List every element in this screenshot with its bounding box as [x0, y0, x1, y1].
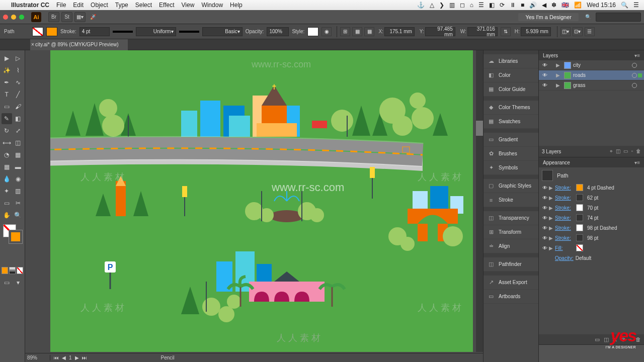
status-icon[interactable]: ◀: [542, 2, 546, 9]
expand-icon[interactable]: ▶: [549, 235, 555, 241]
artboard-nav[interactable]: ⏮◀1▶⏭: [50, 355, 91, 360]
menu-file[interactable]: File: [56, 2, 66, 9]
shape-button[interactable]: ▦: [352, 27, 362, 36]
status-icon[interactable]: ☰: [478, 2, 484, 9]
shape-builder-tool[interactable]: ◔: [2, 149, 12, 160]
wifi-icon[interactable]: 📶: [574, 2, 582, 9]
dock-item-transform[interactable]: ⊞Transform: [484, 225, 538, 239]
menu-type[interactable]: Type: [115, 2, 128, 9]
expand-icon[interactable]: ▶: [556, 72, 562, 78]
target-icon[interactable]: [632, 63, 637, 68]
gpu-preview-button[interactable]: 🚀: [88, 12, 99, 22]
rotate-tool[interactable]: ↻: [2, 125, 12, 136]
attr-label[interactable]: Stroke:: [555, 215, 576, 221]
eyedropper-tool[interactable]: 💧: [2, 173, 12, 185]
dock-item-swatches[interactable]: ▦Swatches: [484, 115, 538, 129]
expand-icon[interactable]: ▶: [556, 82, 562, 88]
target-icon[interactable]: [632, 73, 637, 78]
close-window-button[interactable]: [3, 15, 8, 20]
make-clip-icon[interactable]: ◫: [616, 148, 620, 154]
free-transform-tool[interactable]: ◫: [13, 137, 24, 148]
visibility-icon[interactable]: 👁: [541, 62, 549, 68]
zoom-tool[interactable]: 🔍: [13, 210, 24, 221]
screen-mode-button[interactable]: ▭: [2, 277, 12, 288]
new-layer-icon[interactable]: ▫: [631, 148, 633, 154]
stroke-profile-preview[interactable]: [113, 31, 133, 33]
visibility-icon[interactable]: 👁: [541, 82, 549, 88]
panel-menu-icon[interactable]: ▾≡: [634, 53, 640, 58]
dock-item-stroke[interactable]: ≡Stroke: [484, 193, 538, 207]
status-icon[interactable]: ⟳: [500, 2, 505, 9]
search-input[interactable]: [596, 13, 641, 22]
appearance-row[interactable]: 👁▶Stroke:74 pt: [539, 213, 644, 223]
expand-icon[interactable]: ▶: [549, 245, 555, 251]
h-input[interactable]: 5.939 mm: [521, 27, 551, 36]
dock-item-graphic-styles[interactable]: ▢Graphic Styles: [484, 179, 538, 193]
spotlight-icon[interactable]: 🔍: [621, 2, 628, 9]
y-input[interactable]: 97.485 mm: [425, 27, 455, 36]
status-icon[interactable]: ■: [521, 2, 524, 9]
dock-item-transparency[interactable]: ◫Transparency: [484, 211, 538, 225]
layers-tab[interactable]: Layers: [543, 53, 558, 58]
w-input[interactable]: 371.016 mm: [467, 27, 498, 36]
hand-tool[interactable]: ✋: [2, 210, 12, 221]
stroke-swatch[interactable]: [46, 27, 57, 36]
align-button[interactable]: ⊞: [340, 27, 350, 36]
visibility-icon[interactable]: 👁: [541, 235, 549, 241]
status-icon[interactable]: △: [430, 2, 434, 9]
none-mode-button[interactable]: [17, 267, 23, 274]
visibility-icon[interactable]: 👁: [541, 215, 549, 221]
color-swatch[interactable]: [576, 214, 583, 221]
color-mode-button[interactable]: [2, 267, 8, 274]
appearance-row[interactable]: 👁▶Stroke:4 pt Dashed: [539, 183, 644, 193]
target-icon[interactable]: [632, 83, 637, 88]
gradient-tool[interactable]: ▬: [13, 161, 24, 172]
attr-label[interactable]: Fill:: [555, 245, 576, 251]
status-icon[interactable]: ✽: [551, 2, 556, 9]
fill-swatch[interactable]: [32, 27, 43, 36]
delete-icon[interactable]: 🗑: [635, 336, 641, 342]
new-sublayer-icon[interactable]: ▭: [623, 148, 628, 154]
menu-edit[interactable]: Edit: [73, 2, 84, 9]
expand-icon[interactable]: ▶: [549, 225, 555, 231]
dock-item-gradient[interactable]: ▭Gradient: [484, 133, 538, 147]
visibility-icon[interactable]: 👁: [541, 195, 549, 201]
status-icon[interactable]: ❯: [439, 2, 444, 9]
menubar-clock[interactable]: Wed 15:16: [587, 2, 616, 9]
menubar-menu-icon[interactable]: ☰: [633, 2, 639, 9]
rectangle-tool[interactable]: ▭: [2, 101, 12, 112]
artboard[interactable]: ✝: [50, 50, 473, 352]
attr-label[interactable]: Stroke:: [555, 205, 576, 211]
expand-icon[interactable]: ▶: [549, 215, 555, 221]
dock-item-asset-export[interactable]: ↗Asset Export: [484, 276, 538, 290]
gradient-mode-button[interactable]: [9, 267, 16, 274]
stroke-color-swatch[interactable]: [9, 230, 22, 243]
close-tab-icon[interactable]: ×: [31, 42, 34, 47]
document-tab[interactable]: × city.ai* @ 89% (CMYK/GPU Preview): [30, 39, 128, 50]
volume-icon[interactable]: 🔊: [529, 2, 537, 9]
dock-item-color-guide[interactable]: ▦Color Guide: [484, 82, 538, 97]
add-stroke-icon[interactable]: ▭: [595, 336, 600, 343]
color-swatch[interactable]: [576, 224, 583, 231]
lasso-tool[interactable]: ⌇: [13, 65, 24, 76]
visibility-icon[interactable]: 👁: [541, 245, 549, 251]
selection-tool[interactable]: ▶: [2, 53, 12, 64]
status-icon[interactable]: ◻: [460, 2, 465, 9]
menu-view[interactable]: View: [182, 2, 195, 9]
direct-selection-tool[interactable]: ▷: [13, 53, 24, 64]
layer-row[interactable]: 👁▶city: [539, 60, 644, 70]
artboard-tool[interactable]: ▭: [2, 198, 12, 209]
stock-button[interactable]: St: [61, 12, 72, 22]
appearance-row[interactable]: 👁▶Stroke:98 pt: [539, 233, 644, 243]
visibility-icon[interactable]: 👁: [541, 185, 549, 191]
blend-tool[interactable]: ◉: [13, 173, 24, 185]
dock-item-artboards[interactable]: ▭Artboards: [484, 290, 538, 304]
eraser-tool[interactable]: ◧: [13, 113, 24, 124]
brush-preview[interactable]: [179, 31, 199, 33]
type-tool[interactable]: T: [2, 89, 12, 100]
attr-label[interactable]: Stroke:: [555, 225, 576, 231]
appearance-row[interactable]: 👁▶Fill:: [539, 243, 644, 253]
visibility-icon[interactable]: 👁: [541, 205, 549, 211]
mesh-tool[interactable]: ▦: [2, 161, 12, 172]
color-swatch[interactable]: [576, 244, 583, 251]
